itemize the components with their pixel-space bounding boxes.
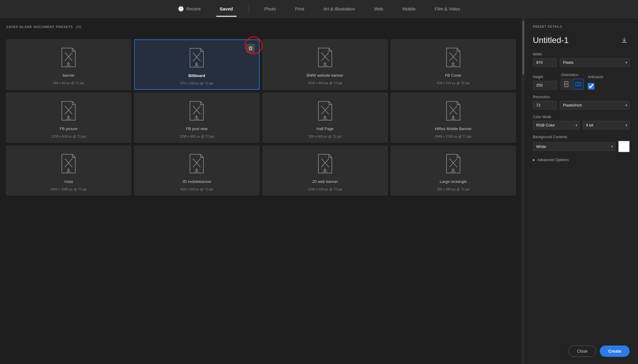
preset-name-bmw: BMW website banner <box>306 73 343 78</box>
bg-contents-label: Background Contents <box>533 135 630 139</box>
preset-dims-fbpic: 1200 x 630 px @ 72 ppi <box>51 135 86 138</box>
document-icon <box>59 153 78 175</box>
advanced-options-label: Advanced Options <box>537 158 569 162</box>
document-icon <box>187 47 206 69</box>
artboards-checkbox[interactable] <box>588 83 594 90</box>
nav-item-print[interactable]: Print <box>292 4 308 14</box>
color-mode-select[interactable]: RGB Color CMYK Color Grayscale Lab Color <box>533 121 580 129</box>
svg-point-39 <box>565 83 567 85</box>
close-button[interactable]: Close <box>568 346 596 357</box>
preset-card-halfpage[interactable]: Half Page300 x 600 px @ 72 ppi <box>263 93 388 143</box>
preset-name-fbpost: FB post new <box>186 127 208 131</box>
portrait-button[interactable] <box>561 79 572 90</box>
resolution-section: Resolution Pixels/Inch Pixels/Centimeter <box>533 95 630 109</box>
document-icon <box>59 47 78 69</box>
preset-name-banner: banner <box>62 73 74 78</box>
preset-card-fbcover[interactable]: FB Cover828 x 315 px @ 72 ppi <box>391 39 516 90</box>
delete-preset-button[interactable] <box>246 44 255 53</box>
preset-title-row: Untitled-1 <box>533 35 630 46</box>
create-button[interactable]: Create <box>600 346 630 357</box>
preset-card-jdmobile[interactable]: JD mobilebanner560 x 420 px @ 72 ppi <box>134 146 259 195</box>
preset-card-banner[interactable]: banner468 x 60 px @ 72 ppi <box>6 39 131 90</box>
width-unit-select[interactable]: Pixels Inches Centimeters Millimeters Po… <box>560 58 630 67</box>
nav-separator <box>249 4 249 13</box>
preset-dims-largerect: 336 x 280 px @ 72 ppi <box>437 187 470 191</box>
preset-icon-fbcover <box>443 46 464 70</box>
svg-point-42 <box>577 83 579 85</box>
resolution-unit-select[interactable]: Pixels/Inch Pixels/Centimeter <box>560 101 630 109</box>
bg-contents-select[interactable]: White Background Color Transparent Custo… <box>533 142 615 151</box>
preset-card-insta[interactable]: Insta1080 x 1080 px @ 72 ppi <box>6 146 131 195</box>
color-mode-label: Color Mode <box>533 115 630 119</box>
preset-card-fbpost[interactable]: FB post new1200 x 900 px @ 72 ppi <box>134 93 259 143</box>
nav-item-photo[interactable]: Photo <box>261 4 280 14</box>
width-unit-wrapper: Pixels Inches Centimeters Millimeters Po… <box>560 58 630 67</box>
nav-item-mobile[interactable]: Mobile <box>399 4 419 14</box>
document-icon <box>315 47 335 69</box>
preset-dims-jdmobile: 560 x 420 px @ 72 ppi <box>180 187 213 191</box>
preset-dims-banner: 468 x 60 px @ 72 ppi <box>53 81 84 85</box>
preset-dims-insta: 1080 x 1080 px @ 72 ppi <box>50 187 87 191</box>
preset-name-billboard: Billboard <box>188 73 205 78</box>
nav-print-label: Print <box>295 6 304 11</box>
landscape-button[interactable] <box>573 79 584 90</box>
section-title: SAVED BLANK DOCUMENT PRESETS <box>6 25 73 29</box>
main-layout: SAVED BLANK DOCUMENT PRESETS (20) banner… <box>0 18 638 364</box>
clock-icon: 🕐 <box>178 6 184 12</box>
nav-item-film[interactable]: Film & Video <box>431 4 464 14</box>
preset-name-fbpic: FB picture <box>60 127 77 131</box>
nav-item-saved[interactable]: Saved <box>216 4 236 14</box>
scrollbar-track[interactable] <box>522 18 524 364</box>
svg-rect-41 <box>576 82 581 86</box>
nav-item-web[interactable]: Web <box>371 4 387 14</box>
resolution-unit-wrapper: Pixels/Inch Pixels/Centimeter <box>560 101 630 109</box>
preset-name-jdmobile: JD mobilebanner <box>182 179 211 184</box>
presets-grid: banner468 x 60 px @ 72 ppiBillboard970 x… <box>6 39 516 195</box>
preset-card-hiresmobile[interactable]: HiRes Mobile Banner2048 x 1536 px @ 72 p… <box>391 93 516 143</box>
preset-dims-jdweb: 1260 x 420 px @ 72 ppi <box>308 187 342 191</box>
preset-dims-billboard: 970 x 250 px @ 72 ppi <box>180 81 213 85</box>
preset-name-largerect: Large rectangle <box>440 179 467 184</box>
scrollbar-thumb[interactable] <box>522 21 524 75</box>
width-input[interactable] <box>533 58 557 67</box>
nav-item-art[interactable]: Art & Illustration <box>320 4 359 14</box>
preset-count: (20) <box>75 25 81 29</box>
left-panel: SAVED BLANK DOCUMENT PRESETS (20) banner… <box>0 18 522 364</box>
preset-name-fbcover: FB Cover <box>445 73 461 78</box>
nav-film-label: Film & Video <box>435 6 460 11</box>
document-icon <box>444 47 463 69</box>
nav-art-label: Art & Illustration <box>323 6 355 11</box>
bottom-buttons: Close Create <box>533 346 630 357</box>
bit-depth-select[interactable]: 8 bit 16 bit 32 bit <box>583 121 630 129</box>
color-mode-section: Color Mode RGB Color CMYK Color Grayscal… <box>533 115 630 129</box>
preset-card-largerect[interactable]: Large rectangle336 x 280 px @ 72 ppi <box>391 146 516 195</box>
document-icon <box>315 153 335 175</box>
advanced-options-toggle[interactable]: ▶ Advanced Options <box>533 158 630 162</box>
orientation-buttons <box>561 79 584 90</box>
preset-card-jdweb[interactable]: JD web banner1260 x 420 px @ 72 ppi <box>263 146 388 195</box>
orientation-label: Orientation <box>561 73 584 77</box>
preset-card-billboard[interactable]: Billboard970 x 250 px @ 72 ppi <box>134 39 259 90</box>
preset-icon-largerect <box>443 152 464 176</box>
nav-item-recent[interactable]: 🕐 Recent <box>174 4 204 14</box>
preset-details-label: PRESET DETAILS <box>533 25 630 28</box>
preset-icon-insta <box>58 152 79 176</box>
resolution-input[interactable] <box>533 101 557 109</box>
preset-dims-fbcover: 828 x 315 px @ 72 ppi <box>437 81 470 85</box>
nav-saved-label: Saved <box>220 6 233 11</box>
artboards-section: Artboards <box>588 75 603 90</box>
height-orient-row: Height Orientation <box>533 73 630 90</box>
preset-icon-fbpost <box>186 99 207 123</box>
preset-name-jdweb: JD web banner <box>312 179 338 184</box>
chevron-right-icon: ▶ <box>533 158 535 161</box>
preset-icon-hiresmobile <box>443 99 464 123</box>
height-input[interactable] <box>533 81 557 90</box>
preset-icon-billboard <box>186 46 207 70</box>
preset-card-bmw[interactable]: BMW website banner1920 x 803 px @ 72 ppi <box>263 39 388 90</box>
bg-color-swatch[interactable] <box>618 141 630 152</box>
save-preset-button[interactable] <box>619 35 630 46</box>
width-row: Width Pixels Inches Centimeters Millimet… <box>533 52 630 67</box>
document-icon <box>187 153 206 175</box>
preset-card-fbpic[interactable]: FB picture1200 x 630 px @ 72 ppi <box>6 93 131 143</box>
preset-dims-halfpage: 300 x 600 px @ 72 ppi <box>309 135 341 138</box>
